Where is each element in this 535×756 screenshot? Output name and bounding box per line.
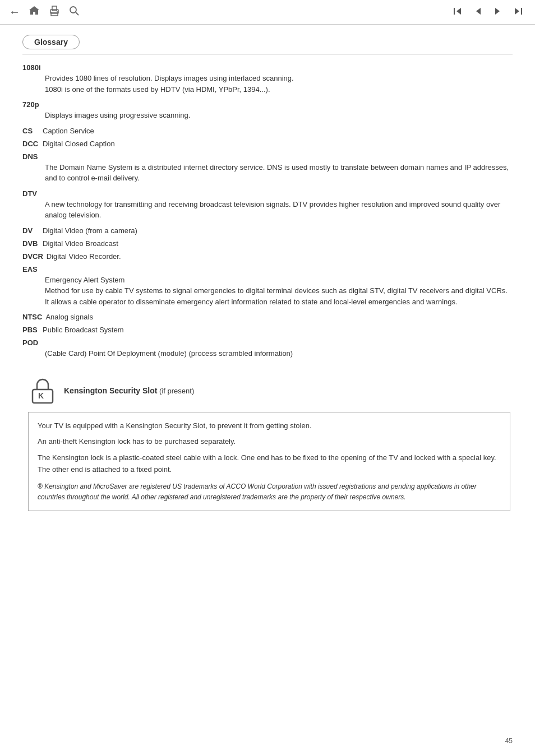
nav-first-button[interactable] [450, 5, 465, 20]
term-dtv: DTV [22, 189, 513, 198]
print-icon[interactable] [48, 4, 61, 20]
def-pod: (Cable Card) Point Of Deployment (module… [22, 348, 513, 359]
term-1080i: 1080i [22, 63, 513, 72]
kensington-section: K Kensington Security Slot (if present) … [22, 376, 513, 512]
entry-dcc: DCC Digital Closed Caption [22, 140, 513, 148]
nav-last-button[interactable] [510, 5, 526, 20]
nav-prev-button[interactable] [470, 5, 486, 20]
kensington-line-2: An anti-theft Kensington lock has to be … [38, 436, 501, 448]
entry-720p: 720p Displays images using progressive s… [22, 100, 513, 121]
toolbar-right [450, 5, 526, 20]
entry-pbs: PBS Public Broadcast System [22, 326, 513, 334]
entry-pod: POD (Cable Card) Point Of Deployment (mo… [22, 338, 513, 359]
term-eas: EAS [22, 265, 513, 273]
def-dvb: Digital Video Broadcast [43, 239, 118, 248]
term-pbs: PBS [22, 326, 39, 334]
term-dns: DNS [22, 152, 513, 161]
home-icon[interactable] [28, 4, 40, 20]
entry-dvcr: DVCR Digital Video Recorder. [22, 252, 513, 261]
term-pod: POD [22, 338, 513, 347]
term-dvcr: DVCR [22, 252, 43, 261]
kensington-info-box: Your TV is equipped with a Kensington Se… [28, 412, 510, 512]
nav-next-button[interactable] [490, 5, 506, 20]
entry-dtv: DTV A new technology for transmitting an… [22, 189, 513, 221]
kensington-header: K Kensington Security Slot (if present) [28, 376, 513, 405]
def-dns: The Domain Name System is a distributed … [22, 162, 513, 184]
def-dvcr: Digital Video Recorder. [47, 252, 121, 261]
svg-rect-1 [52, 6, 57, 11]
kensington-title-suffix: (if present) [157, 387, 194, 395]
svg-marker-11 [515, 8, 519, 15]
entry-ntsc: NTSC Analog signals [22, 313, 513, 321]
back-icon[interactable]: ← [9, 6, 20, 18]
svg-rect-0 [51, 12, 58, 16]
def-dtv: A new technology for transmitting and re… [22, 199, 513, 221]
def-pbs: Public Broadcast System [43, 326, 124, 334]
entry-dns: DNS The Domain Name System is a distribu… [22, 152, 513, 184]
entry-dv: DV Digital Video (from a camera) [22, 226, 513, 235]
term-dvb: DVB [22, 239, 39, 248]
svg-line-5 [76, 12, 79, 15]
def-eas: Emergency Alert System Method for use by… [22, 275, 513, 308]
def-cs: Caption Service [43, 127, 94, 135]
main-content: Glossary 1080i Provides 1080 lines of re… [0, 25, 535, 534]
page-number: 45 [505, 737, 513, 745]
term-dv: DV [22, 226, 39, 235]
top-divider [22, 54, 513, 54]
entry-1080i: 1080i Provides 1080 lines of resolution.… [22, 63, 513, 95]
def-ntsc: Analog signals [45, 313, 93, 321]
def-dcc: Digital Closed Caption [43, 140, 115, 148]
def-dv: Digital Video (from a camera) [43, 226, 137, 235]
svg-marker-8 [476, 8, 481, 15]
def-1080i: Provides 1080 lines of resolution. Displ… [22, 73, 513, 95]
svg-marker-9 [495, 8, 500, 15]
svg-marker-7 [456, 8, 461, 15]
svg-point-4 [70, 7, 76, 13]
entry-cs: CS Caption Service [22, 127, 513, 135]
kensington-line-3: The Kensington lock is a plastic-coated … [38, 452, 501, 476]
term-720p: 720p [22, 100, 513, 109]
toolbar-left: ← [9, 4, 80, 20]
def-720p: Displays images using progressive scanni… [22, 110, 513, 121]
svg-point-3 [57, 11, 58, 12]
term-cs: CS [22, 127, 39, 135]
svg-text:K: K [38, 391, 44, 400]
kensington-title-bold: Kensington Security Slot [64, 386, 157, 395]
kensington-footnote: ® Kensington and MicroSaver are register… [38, 481, 501, 503]
toolbar: ← [0, 0, 535, 25]
entry-eas: EAS Emergency Alert System Method for us… [22, 265, 513, 308]
search-icon[interactable] [68, 5, 80, 19]
term-ntsc: NTSC [22, 313, 42, 321]
term-dcc: DCC [22, 140, 39, 148]
kensington-line-1: Your TV is equipped with a Kensington Se… [38, 420, 501, 432]
glossary-tab[interactable]: Glossary [22, 35, 80, 49]
kensington-title-text: Kensington Security Slot (if present) [64, 386, 194, 395]
kensington-icon: K [28, 376, 57, 405]
entry-dvb: DVB Digital Video Broadcast [22, 239, 513, 248]
